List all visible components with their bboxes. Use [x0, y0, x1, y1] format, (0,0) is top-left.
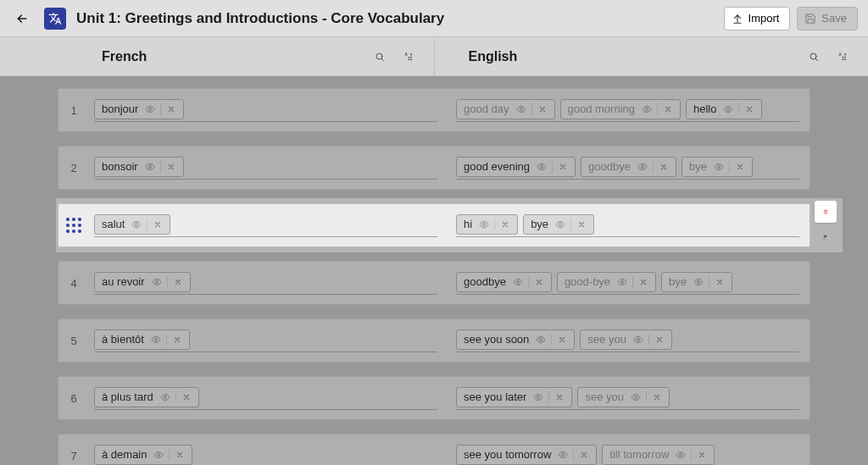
- row-right-cell[interactable]: see you tomorrowtill tomorrow: [448, 435, 810, 465]
- sort-right-button[interactable]: AZ: [832, 47, 853, 67]
- sort-left-button[interactable]: AZ: [398, 47, 419, 67]
- row-drag-handle[interactable]: [58, 204, 89, 246]
- row-right-cell[interactable]: good eveninggoodbyebye: [448, 147, 810, 189]
- vocab-row[interactable]: 2bonsoirgood eveninggoodbyebye: [58, 146, 810, 190]
- word-chip[interactable]: see you later: [456, 387, 572, 407]
- chip-remove-icon[interactable]: [166, 162, 176, 172]
- chip-visibility-icon[interactable]: [533, 392, 543, 402]
- word-chip[interactable]: see you: [577, 387, 670, 407]
- word-chip[interactable]: bonsoir: [94, 157, 184, 177]
- chip-visibility-icon[interactable]: [676, 450, 686, 460]
- vocab-row[interactable]: 7à demainsee you tomorrowtill tomorrow: [58, 434, 810, 465]
- chip-remove-icon[interactable]: [744, 104, 754, 114]
- word-chip[interactable]: à bientôt: [94, 329, 190, 350]
- chip-visibility-icon[interactable]: [558, 450, 568, 460]
- chip-visibility-icon[interactable]: [536, 335, 546, 345]
- chip-visibility-icon[interactable]: [479, 219, 489, 230]
- chip-remove-icon[interactable]: [175, 450, 185, 460]
- chip-visibility-icon[interactable]: [555, 219, 565, 230]
- chip-visibility-icon[interactable]: [160, 392, 170, 402]
- chip-visibility-icon[interactable]: [693, 277, 704, 287]
- word-chip[interactable]: bonjour: [94, 99, 184, 119]
- search-left-button[interactable]: [370, 47, 390, 67]
- vocab-row[interactable]: 4au revoirgoodbyegood-byebye: [58, 261, 810, 305]
- chip-remove-icon[interactable]: [173, 277, 183, 287]
- row-left-cell[interactable]: bonsoir: [89, 147, 448, 189]
- chip-visibility-icon[interactable]: [617, 277, 627, 287]
- chip-visibility-icon[interactable]: [152, 277, 162, 287]
- chip-visibility-icon[interactable]: [537, 162, 547, 172]
- chip-remove-icon[interactable]: [500, 219, 510, 230]
- word-chip[interactable]: see you: [580, 329, 672, 350]
- word-chip[interactable]: à plus tard: [94, 387, 199, 407]
- chip-visibility-icon[interactable]: [145, 104, 155, 114]
- word-chip[interactable]: au revoir: [94, 272, 191, 292]
- chip-visibility-icon[interactable]: [145, 162, 155, 172]
- vocab-row[interactable]: 6à plus tardsee you latersee you: [58, 376, 810, 420]
- row-left-cell[interactable]: au revoir: [89, 262, 448, 304]
- word-chip[interactable]: good evening: [456, 157, 576, 177]
- row-left-cell[interactable]: salut: [89, 204, 448, 246]
- word-chip[interactable]: bye: [682, 157, 753, 177]
- chip-visibility-icon[interactable]: [637, 162, 648, 172]
- chip-remove-icon[interactable]: [166, 104, 176, 114]
- word-chip[interactable]: bye: [523, 214, 594, 235]
- row-left-cell[interactable]: à plus tard: [89, 377, 448, 419]
- import-button[interactable]: Import: [724, 7, 791, 30]
- vocab-row[interactable]: 1bonjourgood daygood morninghello: [58, 88, 810, 132]
- row-left-cell[interactable]: à demain: [89, 435, 448, 465]
- row-right-cell[interactable]: good daygood morninghello: [448, 89, 810, 131]
- delete-row-button[interactable]: [818, 204, 833, 219]
- chip-remove-icon[interactable]: [558, 162, 568, 172]
- word-chip[interactable]: good day: [456, 99, 555, 119]
- word-chip[interactable]: see you tomorrow: [456, 445, 597, 465]
- chip-visibility-icon[interactable]: [153, 450, 164, 460]
- row-right-cell[interactable]: goodbyegood-byebye: [448, 262, 810, 304]
- row-right-cell[interactable]: hibye: [448, 204, 810, 246]
- rows-scroll-area[interactable]: 1bonjourgood daygood morninghello2bonsoi…: [0, 76, 868, 465]
- chip-visibility-icon[interactable]: [516, 104, 526, 114]
- word-chip[interactable]: à demain: [94, 445, 192, 465]
- chip-remove-icon[interactable]: [172, 335, 182, 345]
- chip-visibility-icon[interactable]: [513, 277, 523, 287]
- row-right-cell[interactable]: see you soonsee you: [448, 319, 810, 362]
- word-chip[interactable]: good morning: [560, 99, 682, 119]
- word-chip[interactable]: hi: [456, 214, 518, 235]
- chip-visibility-icon[interactable]: [642, 104, 652, 114]
- word-chip[interactable]: till tomorrow: [602, 445, 715, 465]
- chip-remove-icon[interactable]: [652, 392, 662, 402]
- chip-visibility-icon[interactable]: [633, 335, 643, 345]
- word-chip[interactable]: goodbye: [456, 272, 552, 292]
- word-chip[interactable]: good-bye: [557, 272, 656, 292]
- row-left-cell[interactable]: bonjour: [89, 89, 448, 131]
- word-chip[interactable]: bye: [661, 272, 732, 292]
- chip-visibility-icon[interactable]: [714, 162, 724, 172]
- chip-visibility-icon[interactable]: [723, 104, 733, 114]
- chip-visibility-icon[interactable]: [131, 219, 142, 230]
- chip-visibility-icon[interactable]: [631, 392, 641, 402]
- chip-remove-icon[interactable]: [697, 450, 707, 460]
- chip-remove-icon[interactable]: [638, 277, 648, 287]
- chip-visibility-icon[interactable]: [151, 335, 161, 345]
- vocab-row[interactable]: saluthibye: [58, 203, 810, 247]
- save-button[interactable]: Save: [797, 7, 858, 30]
- chip-remove-icon[interactable]: [537, 104, 548, 114]
- chip-remove-icon[interactable]: [735, 162, 745, 172]
- vocab-row[interactable]: 5à bientôtsee you soonsee you: [58, 318, 810, 363]
- chip-remove-icon[interactable]: [659, 162, 669, 172]
- word-chip[interactable]: salut: [94, 214, 170, 235]
- back-button[interactable]: [10, 7, 34, 30]
- chip-remove-icon[interactable]: [554, 392, 565, 402]
- row-left-cell[interactable]: à bientôt: [89, 319, 448, 362]
- chip-remove-icon[interactable]: [579, 450, 589, 460]
- search-right-button[interactable]: [804, 47, 824, 67]
- row-right-cell[interactable]: see you latersee you: [448, 377, 810, 419]
- chip-remove-icon[interactable]: [557, 335, 567, 345]
- word-chip[interactable]: see you soon: [456, 329, 575, 350]
- chip-remove-icon[interactable]: [663, 104, 673, 114]
- flag-row-button[interactable]: [818, 230, 833, 245]
- chip-remove-icon[interactable]: [715, 277, 725, 287]
- chip-remove-icon[interactable]: [654, 335, 665, 345]
- word-chip[interactable]: goodbye: [581, 157, 676, 177]
- chip-remove-icon[interactable]: [153, 219, 163, 230]
